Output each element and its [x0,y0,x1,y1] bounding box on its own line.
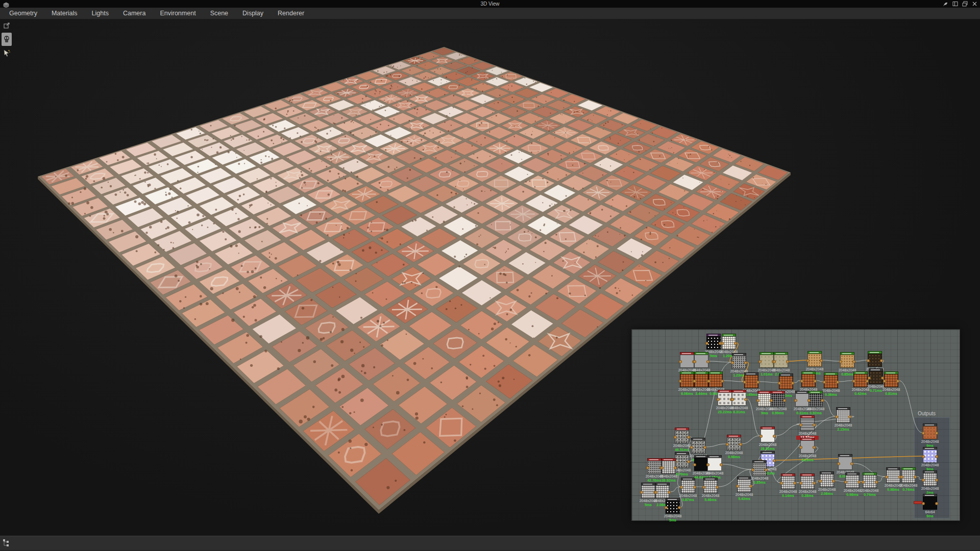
node-thumbnail [694,355,708,368]
node-size-label: 2048x2048 [677,494,699,498]
node-thumbnail [923,426,937,439]
graph-node[interactable]: 2048x204846.51ms [675,428,689,452]
float-icon[interactable] [962,1,968,7]
graph-node[interactable]: 2048x20488.23ms [800,438,815,462]
node-thumbnail [884,374,898,387]
node-graph-overlay[interactable]: Outputs 2048x20489ms2048x20481.20ms2048x… [631,329,960,521]
node-size-label: 2048x2048 [897,484,920,488]
app-window: { "window": { "title": "3D View" }, "tit… [0,0,980,551]
node-thumbnail [761,429,775,442]
graph-node[interactable]: 2048x20480.36ms [824,372,838,397]
graph-node[interactable]: 2048x20480.85ms [752,460,767,485]
node-caption: 2048x20488.23ms [796,454,819,462]
graph-node[interactable]: 2048x20485.46ms [703,478,718,502]
node-time-label: 38.92ms [657,479,680,483]
node-thumbnail [675,430,689,443]
graph-node[interactable]: 2048x20480.74ms [901,467,916,492]
layout-icon[interactable] [952,1,959,7]
output-node[interactable]: 2048x20482ms [923,470,937,495]
node-caption: 2048x20480.81ms [880,388,902,396]
pin-icon[interactable] [942,1,949,7]
scene-tree-icon[interactable] [2,538,12,550]
node-caption: 2048x20488.31ms [728,406,750,414]
node-thumbnail [800,476,815,489]
node-time-label: 0.74ms [897,488,920,492]
node-thumbnail [752,463,767,476]
menu-display[interactable]: Display [235,8,271,19]
node-thumbnail [838,457,852,470]
node-time-label: 28.51ms [756,447,779,451]
output-node[interactable]: 64x649ms [923,494,937,518]
node-time-label: 8.23ms [796,458,819,462]
window-title: 3D View [0,0,980,8]
output-node[interactable]: 2048x20489ms [923,423,937,448]
graph-node[interactable]: 2048x204813.57ms [800,415,815,440]
titlebar[interactable]: 3D View [0,0,980,8]
graph-node[interactable]: 2048x20480.98ms [727,435,741,459]
node-thumbnail [781,476,795,489]
node-size-label: 2048x2048 [919,487,941,491]
graph-node[interactable]: 2048x20480.81ms [884,371,898,396]
menu-camera[interactable]: Camera [116,8,153,19]
node-time-label: 5.46ms [699,498,722,502]
node-size-label: 2048x2048 [796,454,819,458]
menu-lights[interactable]: Lights [85,8,116,19]
output-node[interactable]: 2048x20489ms [923,447,937,471]
graph-node[interactable]: 2048x20480.28ms [800,473,815,498]
menu-geometry[interactable]: Geometry [2,8,44,19]
node-thumbnail [800,418,815,431]
node-thumbnail [840,355,854,368]
graph-node[interactable]: 2048x20482.06ms [774,352,788,377]
node-thumbnail [800,440,815,454]
graph-node[interactable]: 2048x20484.15ms [707,455,722,480]
graph-node[interactable]: 2048x20482.15ms [836,407,850,432]
menu-renderer[interactable]: Renderer [271,8,311,19]
node-time-label: 0.87ms [677,498,699,502]
node-time-label: 0.99ms [767,411,789,415]
graph-node[interactable]: 2048x20480.14ms [781,473,795,498]
node-size-label: 2048x2048 [796,432,819,436]
node-thumbnail [923,473,937,486]
graph-node[interactable]: 2048x204828.51ms [761,427,775,451]
graph-node[interactable]: 2048x20480.99ms [771,391,785,415]
graph-node[interactable]: 2048x20480.92ms [808,391,823,415]
node-thumbnail [836,410,850,423]
graph-node[interactable]: 2048x20480.98ms [845,472,860,497]
close-icon[interactable] [971,1,978,7]
node-time-label: 9ms [919,514,941,518]
node-caption: 2048x20482.15ms [832,423,854,432]
node-size-label: 2048x2048 [767,407,789,411]
node-size-label: 2048x2048 [820,389,842,393]
node-size-label: 2048x2048 [832,423,854,428]
menu-environment[interactable]: Environment [153,8,203,19]
node-caption: 2048x20485.46ms [699,494,722,502]
node-size-label: 2048x2048 [657,474,680,479]
graph-node[interactable]: 2048x20482.06ms [820,471,834,496]
node-thumbnail [824,375,838,388]
node-thumbnail [680,374,694,387]
node-size-label: 2048x2048 [919,440,941,444]
graph-node[interactable]: 2048x204838.92ms [662,458,676,483]
node-time-label: 0.36ms [820,393,842,397]
graph-node[interactable]: 2048x20488.31ms [732,390,746,414]
node-thumbnail [655,485,670,498]
output-red-connector [914,501,922,504]
menu-materials[interactable]: Materials [44,8,85,19]
graph-node[interactable]: 2048x20480.74ms [863,472,877,497]
node-time-label: 0.92ms [804,411,827,415]
node-thumbnail [771,393,785,407]
display-gizmo-icon[interactable] [2,33,12,46]
node-thumbnail [808,393,823,407]
graph-node[interactable]: 2048x20480.45ms [744,372,758,397]
pop-out-icon[interactable] [2,20,12,31]
node-time-label: 0.98ms [723,455,745,459]
graph-node[interactable]: 2048x20480.85ms [840,352,854,377]
node-caption: 2048x20480.85ms [748,477,771,485]
pick-cursor-icon[interactable] [2,48,12,58]
node-size-label: 2048x2048 [728,406,750,410]
graph-node[interactable]: 2048x20480.87ms [681,478,695,502]
statusbar [0,536,980,551]
node-thumbnail [703,480,718,493]
node-thumbnail [707,458,722,471]
menu-scene[interactable]: Scene [203,8,235,19]
